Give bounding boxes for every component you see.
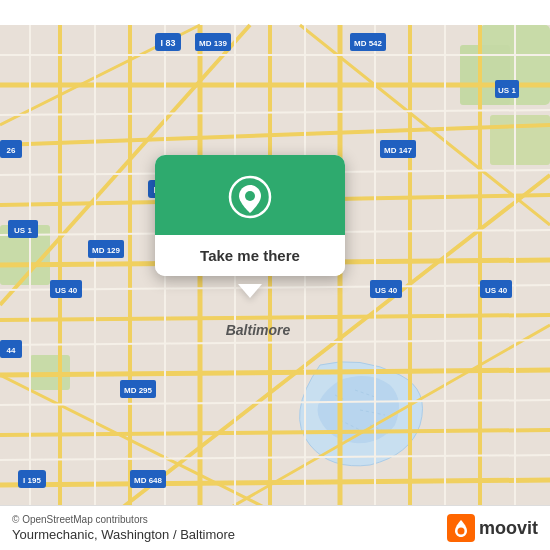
bottom-left: © OpenStreetMap contributors Yourmechani… <box>12 514 235 542</box>
bottom-bar: © OpenStreetMap contributors Yourmechani… <box>0 505 550 550</box>
svg-text:44: 44 <box>7 346 16 355</box>
svg-text:MD 542: MD 542 <box>354 39 383 48</box>
svg-text:US 40: US 40 <box>375 286 398 295</box>
svg-text:MD 295: MD 295 <box>124 386 153 395</box>
popup-tail <box>238 284 262 298</box>
moovit-logo-text: moovit <box>479 518 538 539</box>
map-container: I 83 MD 139 MD 542 US 1 MD 147 I 83 US 1… <box>0 0 550 550</box>
svg-text:I 83: I 83 <box>160 38 175 48</box>
popup-card: Take me there <box>155 155 345 276</box>
svg-point-84 <box>457 528 464 535</box>
svg-text:US 40: US 40 <box>55 286 78 295</box>
svg-text:US 1: US 1 <box>498 86 516 95</box>
take-me-there-button[interactable]: Take me there <box>155 235 345 276</box>
svg-text:I 195: I 195 <box>23 476 41 485</box>
svg-rect-9 <box>490 115 550 165</box>
svg-text:Baltimore: Baltimore <box>226 322 291 338</box>
moovit-logo: moovit <box>447 514 538 542</box>
svg-text:MD 139: MD 139 <box>199 39 228 48</box>
svg-text:MD 147: MD 147 <box>384 146 413 155</box>
moovit-logo-icon <box>447 514 475 542</box>
map-attribution: © OpenStreetMap contributors <box>12 514 235 525</box>
svg-text:US 40: US 40 <box>485 286 508 295</box>
svg-point-82 <box>245 191 255 201</box>
svg-text:MD 648: MD 648 <box>134 476 163 485</box>
popup-green-header <box>155 155 345 235</box>
svg-text:26: 26 <box>7 146 16 155</box>
location-pin-icon <box>228 175 272 219</box>
location-label: Yourmechanic, Washington / Baltimore <box>12 527 235 542</box>
svg-text:MD 129: MD 129 <box>92 246 121 255</box>
svg-text:US 1: US 1 <box>14 226 32 235</box>
